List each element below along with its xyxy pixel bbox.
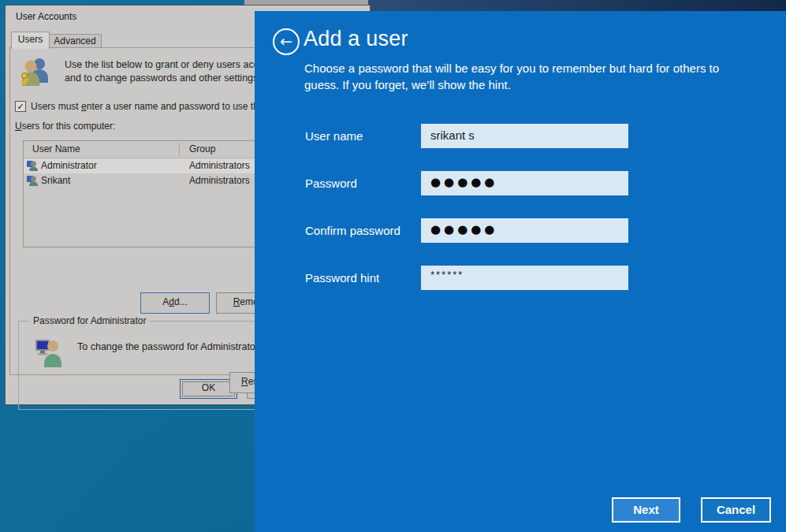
next-button[interactable]: Next bbox=[612, 497, 680, 523]
column-user-name[interactable]: User Name bbox=[32, 143, 80, 154]
row-group: Administrators bbox=[189, 160, 250, 171]
column-group[interactable]: Group bbox=[189, 143, 215, 154]
column-divider bbox=[179, 143, 180, 156]
password-group-label: Password for Administrator bbox=[29, 315, 150, 326]
password-hint-input[interactable]: ****** bbox=[421, 266, 628, 290]
back-arrow-icon: ← bbox=[280, 32, 292, 50]
cancel-button[interactable]: Cancel bbox=[701, 497, 771, 523]
subtitle-line-1: Choose a password that will be easy for … bbox=[304, 60, 719, 76]
user-name-input[interactable]: srikant s bbox=[421, 124, 628, 148]
panel-title: Add a user bbox=[304, 27, 408, 51]
dialog-title: User Accounts bbox=[16, 11, 76, 22]
add-user-panel: ← Add a user Choose a password that will… bbox=[255, 11, 786, 532]
add-button[interactable]: Add... bbox=[140, 292, 210, 314]
tab-users[interactable]: Users bbox=[11, 32, 50, 49]
password-label: Password bbox=[305, 177, 357, 190]
checkbox-checked-icon[interactable]: ✓ bbox=[15, 101, 26, 112]
row-user-name: Administrator bbox=[41, 160, 97, 171]
credential-host-titlebar bbox=[368, 0, 786, 12]
user-name-label: User name bbox=[305, 129, 363, 143]
password-input[interactable]: ●●●●● bbox=[421, 171, 628, 195]
user-with-computer-icon bbox=[35, 337, 63, 367]
subtitle-line-2: guess. If you forget, we’ll show the hin… bbox=[304, 76, 719, 93]
screen: ... User Accounts Users Advanced Use the… bbox=[0, 0, 786, 532]
user-name-value: srikant s bbox=[430, 128, 475, 142]
confirm-password-value: ●●●●● bbox=[430, 222, 497, 236]
row-user-name: Srikant bbox=[41, 175, 70, 186]
back-button[interactable]: ← bbox=[273, 28, 300, 55]
users-group-icon bbox=[20, 56, 50, 87]
users-list-label: Users for this computer: bbox=[15, 121, 115, 132]
password-hint-label: Password hint bbox=[305, 271, 379, 285]
user-icon bbox=[27, 175, 38, 186]
row-group: Administrators bbox=[189, 175, 250, 186]
password-hint-value: ****** bbox=[430, 269, 464, 281]
panel-subtitle: Choose a password that will be easy for … bbox=[304, 60, 719, 93]
confirm-password-label: Confirm password bbox=[305, 224, 400, 237]
password-value: ●●●●● bbox=[430, 175, 497, 189]
user-icon bbox=[27, 160, 38, 171]
confirm-password-input[interactable]: ●●●●● bbox=[421, 218, 628, 243]
